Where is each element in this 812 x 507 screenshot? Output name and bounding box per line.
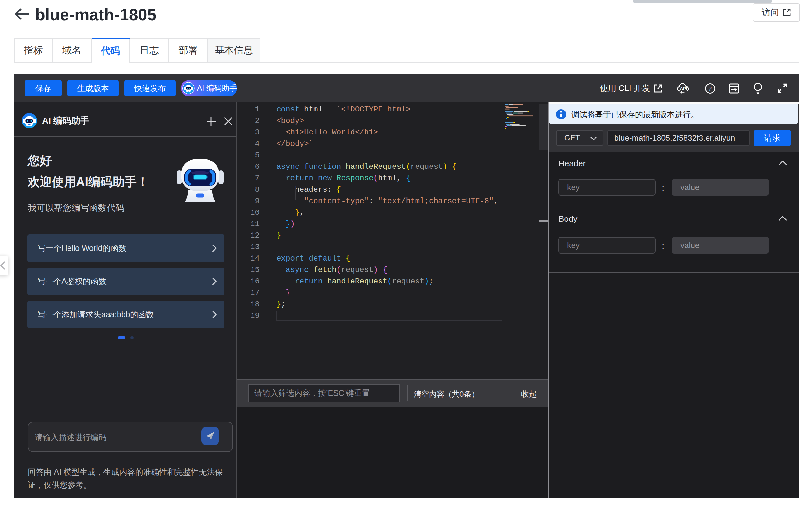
svg-text:?: ? xyxy=(708,86,712,92)
svg-text:API: API xyxy=(680,86,687,91)
